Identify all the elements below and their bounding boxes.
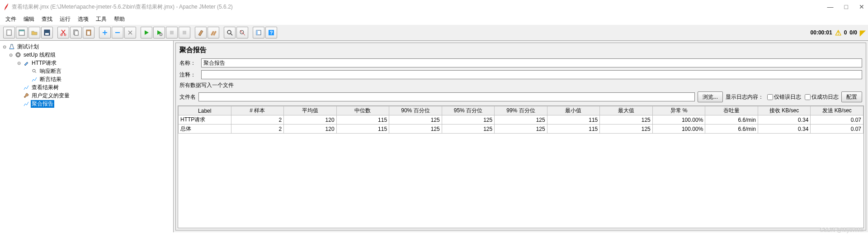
column-header[interactable]: 吞吐量 [705,106,758,115]
app-icon [4,3,9,10]
table-cell: HTTP请求 [179,115,231,125]
table-cell: 115 [336,115,389,125]
menu-run[interactable]: 运行 [57,14,73,24]
column-header[interactable]: 异常 % [652,106,705,115]
cut-button[interactable] [57,27,69,38]
table-cell: 125 [442,125,495,134]
column-header[interactable]: 90% 百分位 [389,106,442,115]
column-header[interactable]: 最小值 [547,106,600,115]
column-header[interactable]: 99% 百分位 [495,106,547,115]
column-header[interactable]: 平均值 [284,106,337,115]
column-header[interactable]: 发送 KB/sec [811,106,863,115]
table-cell: 0.07 [811,115,863,125]
stop-button[interactable] [166,27,178,38]
tree-view-results-tree[interactable]: 查看结果树 [1,83,172,91]
function-helper-button[interactable] [253,27,264,38]
table-cell: 125 [442,115,495,125]
menu-edit[interactable]: 编辑 [21,14,37,24]
write-all-label: 所有数据写入一个文件 [176,81,866,90]
clear-all-button[interactable] [208,27,219,38]
window-title: 查看结果树.jmx (E:\JMeter\apache-jmeter-5.6.2… [12,3,827,11]
content-panel: 聚合报告 名称： 注释： 所有数据写入一个文件 文件名 浏览... 显示日志内容… [174,41,868,232]
minimize-button[interactable]: — [827,3,834,10]
table-row[interactable]: 总体2120115125125125115125100.00%6.6/min0.… [179,125,863,134]
svg-text:?: ? [270,30,273,35]
table-cell: 115 [547,125,600,134]
column-header[interactable]: 最大值 [600,106,653,115]
tree-http-request[interactable]: ⊖ HTTP请求 [1,59,172,67]
tree-user-defined-vars[interactable]: 用户定义的变量 [1,91,172,100]
save-button[interactable] [41,27,53,38]
svg-rect-12 [170,31,174,34]
titlebar: 查看结果树.jmx (E:\JMeter\apache-jmeter-5.6.2… [0,0,868,14]
tree-thread-group[interactable]: ⊖ setUp 线程组 [1,51,172,59]
file-input[interactable] [198,92,695,101]
comment-row: 注释： [176,69,866,81]
table-cell: 125 [495,115,547,125]
menu-help[interactable]: 帮助 [111,14,127,24]
menu-search[interactable]: 查找 [39,14,55,24]
table-row[interactable]: HTTP请求2120115125125125115125100.00%6.6/m… [179,115,863,125]
help-button[interactable]: ? [265,27,277,38]
collapse-button[interactable] [112,27,123,38]
open-button[interactable] [28,27,40,38]
menu-options[interactable]: 选项 [75,14,91,24]
comment-input[interactable] [201,70,862,79]
panel-title: 聚合报告 [176,43,866,57]
column-header[interactable]: 接收 KB/sec [758,106,811,115]
window-controls: — □ ✕ [827,3,864,10]
results-table[interactable]: Label# 样本平均值中位数90% 百分位95% 百分位99% 百分位最小值最… [178,106,864,228]
menubar: 文件 编辑 查找 运行 选项 工具 帮助 [0,14,868,25]
close-button[interactable]: ✕ [859,3,864,10]
warning-icon[interactable]: ⚠ [835,29,841,37]
paste-button[interactable] [83,27,94,38]
tree-test-plan[interactable]: ⊖ 测试计划 [1,43,172,51]
gear-icon [14,51,22,58]
log-options: 显示日志内容： 仅错误日志 仅成功日志 [726,93,839,101]
errors-only-checkbox[interactable]: 仅错误日志 [767,93,801,101]
toggle-icon[interactable]: ⊖ [9,53,14,58]
expand-button[interactable] [99,27,111,38]
file-row: 文件名 浏览... 显示日志内容： 仅错误日志 仅成功日志 配置 [176,90,866,104]
svg-point-14 [227,30,231,34]
search-button[interactable] [224,27,236,38]
start-button[interactable] [141,27,152,38]
maximize-button[interactable]: □ [844,3,848,10]
toggle-icon[interactable]: ⊖ [17,61,23,66]
browse-button[interactable]: 浏览... [698,91,723,102]
configure-button[interactable]: 配置 [841,91,862,102]
column-header[interactable]: 中位数 [336,106,389,115]
templates-button[interactable] [16,27,28,38]
menu-file[interactable]: 文件 [3,14,19,24]
status-area: 00:00:01 ⚠ 0 0/0 ◤ [811,29,865,37]
new-button[interactable] [3,27,15,38]
column-header[interactable]: # 样本 [231,106,284,115]
watermark: CSDN @MyovlMx [820,227,863,232]
tree-aggregate-report[interactable]: 聚合报告 [1,100,172,108]
tree-assertion-results[interactable]: 断言结果 [1,75,172,83]
tree-response-assertion[interactable]: 响应断言 [1,67,172,75]
table-cell: 125 [389,115,442,125]
name-row: 名称： [176,57,866,69]
table-cell: 0.34 [758,115,811,125]
elapsed-time: 00:00:01 [811,29,832,36]
tree-panel[interactable]: ⊖ 测试计划 ⊖ setUp 线程组 ⊖ HTTP请求 响应断言 断言结果 查 [0,41,174,232]
success-only-checkbox[interactable]: 仅成功日志 [805,93,839,101]
column-header[interactable]: 95% 百分位 [442,106,495,115]
main-area: ⊖ 测试计划 ⊖ setUp 线程组 ⊖ HTTP请求 响应断言 断言结果 查 [0,41,868,232]
warning-count: 0 [844,29,847,36]
chart-icon [23,84,30,91]
name-input[interactable] [201,58,862,67]
toggle-icon[interactable]: ⊖ [3,44,8,49]
shutdown-button[interactable] [179,27,190,38]
clear-button[interactable] [195,27,207,38]
start-no-pause-button[interactable] [153,27,165,38]
reset-search-button[interactable] [236,27,248,38]
file-label: 文件名 [179,93,196,101]
error-icon[interactable]: ◤ [860,29,865,37]
svg-rect-4 [45,33,49,35]
column-header[interactable]: Label [179,106,231,115]
copy-button[interactable] [70,27,82,38]
toggle-button[interactable] [124,27,136,38]
menu-tools[interactable]: 工具 [93,14,109,24]
